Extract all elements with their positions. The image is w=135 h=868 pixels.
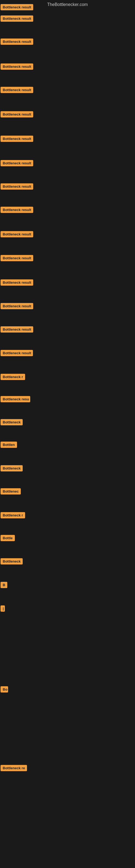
bottleneck-badge[interactable]: Bottleneck result	[1, 303, 33, 309]
bottleneck-badge[interactable]: |	[1, 606, 5, 612]
bottleneck-item-10: Bottleneck result	[1, 231, 33, 239]
bottleneck-item-7: Bottleneck result	[1, 160, 33, 167]
bottleneck-badge[interactable]: Bottleneck result	[1, 160, 33, 166]
bottleneck-badge[interactable]: B	[1, 582, 7, 588]
bottleneck-badge[interactable]: Bottleneck result	[1, 350, 33, 356]
bottleneck-item-22: Bottleneck r	[1, 512, 25, 520]
bottleneck-item-13: Bottleneck result	[1, 303, 33, 310]
bottleneck-badge[interactable]: Bottleneck result	[1, 111, 33, 118]
bottleneck-item-16: Bottleneck r	[1, 374, 25, 381]
bottleneck-badge[interactable]: Bottleneck resu	[1, 396, 30, 402]
bottleneck-item-9: Bottleneck result	[1, 207, 33, 214]
bottleneck-item-3: Bottleneck result	[1, 63, 33, 71]
bottleneck-badge[interactable]: Bottleneck result	[1, 4, 33, 10]
bottleneck-item-14: Bottleneck result	[1, 326, 33, 334]
bottleneck-item-20: Bottleneck	[1, 465, 23, 472]
bottleneck-item-2: Bottleneck result	[1, 38, 33, 46]
bottleneck-item-11: Bottleneck result	[1, 255, 33, 262]
bottleneck-badge[interactable]: Bottleneck	[1, 419, 23, 425]
bottleneck-item-6: Bottleneck result	[1, 135, 33, 143]
bottleneck-item-26: |	[1, 606, 5, 613]
bottleneck-badge[interactable]: Bottleneck result	[1, 63, 33, 70]
bottleneck-item-1: Bottleneck result	[1, 16, 33, 23]
bottleneck-badge[interactable]: Bo	[1, 686, 8, 692]
bottleneck-badge[interactable]: Bottleneck r	[1, 374, 25, 380]
bottleneck-item-5: Bottleneck result	[1, 111, 33, 119]
bottleneck-badge[interactable]: Bottleneck result	[1, 207, 33, 213]
bottleneck-badge[interactable]: Bottleneck result	[1, 16, 33, 22]
bottleneck-badge[interactable]: Bottlenec	[1, 488, 21, 495]
bottleneck-item-0: Bottleneck result	[1, 4, 33, 11]
bottleneck-badge[interactable]: Bottleneck result	[1, 279, 33, 286]
bottleneck-item-8: Bottleneck result	[1, 183, 33, 191]
bottleneck-badge[interactable]: Bottleneck result	[1, 255, 33, 261]
bottleneck-badge[interactable]: Bottleneck result	[1, 38, 33, 45]
bottleneck-item-19: Bottlen	[1, 442, 17, 449]
bottleneck-item-24: Bottleneck	[1, 558, 23, 565]
bottleneck-item-21: Bottlenec	[1, 488, 21, 496]
bottleneck-badge[interactable]: Bottleneck result	[1, 87, 33, 93]
bottleneck-badge[interactable]: Bottleneck result	[1, 231, 33, 237]
bottleneck-badge[interactable]: Bottleneck	[1, 558, 23, 564]
bottleneck-item-18: Bottleneck	[1, 419, 23, 426]
bottleneck-item-4: Bottleneck result	[1, 87, 33, 94]
bottleneck-item-27: Bo	[1, 686, 8, 693]
bottleneck-badge[interactable]: Bottleneck result	[1, 326, 33, 333]
bottleneck-badge[interactable]: Bottleneck	[1, 465, 23, 471]
bottleneck-item-12: Bottleneck result	[1, 279, 33, 287]
bottleneck-item-23: Bottle	[1, 535, 15, 542]
bottleneck-badge[interactable]: Bottle	[1, 535, 15, 541]
bottleneck-badge[interactable]: Bottleneck result	[1, 135, 33, 142]
bottleneck-item-28: Bottleneck re	[1, 765, 27, 772]
bottleneck-item-25: B	[1, 582, 7, 589]
bottleneck-badge[interactable]: Bottleneck re	[1, 765, 27, 771]
bottleneck-item-15: Bottleneck result	[1, 350, 33, 357]
bottleneck-badge[interactable]: Bottlen	[1, 442, 17, 448]
bottleneck-badge[interactable]: Bottleneck r	[1, 512, 25, 518]
bottleneck-item-17: Bottleneck resu	[1, 396, 30, 403]
bottleneck-badge[interactable]: Bottleneck result	[1, 183, 33, 190]
